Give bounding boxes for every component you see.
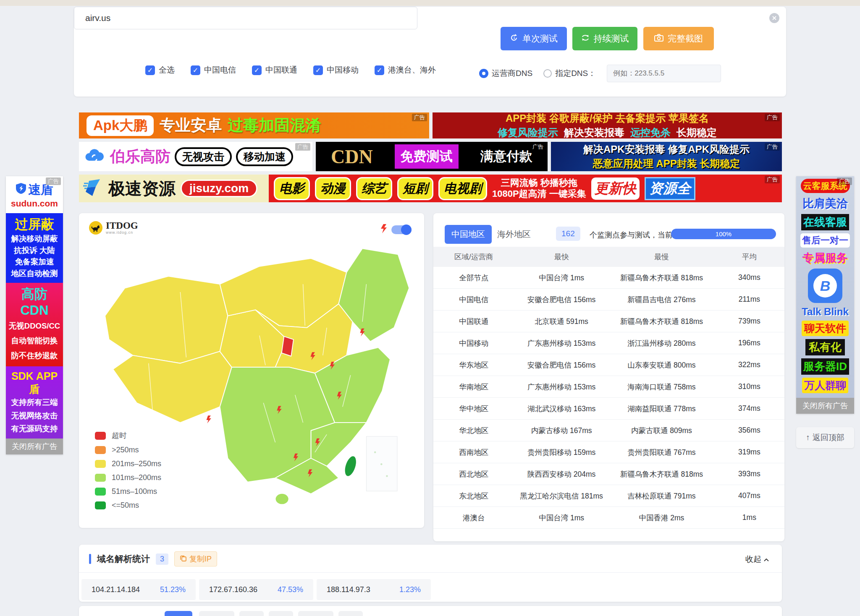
progress-bar: 100% [671, 229, 776, 239]
left-ad-section-2[interactable]: 高防CDN 无视DDOS/CC自动智能切换防不住秒退款 [6, 283, 63, 366]
legend-swatch [95, 460, 106, 468]
ad-text: 无视DDOS/CC [8, 318, 61, 333]
table-row: 中国移动 广东惠州移动 153ms 浙江温州移动 280ms 196ms [433, 332, 784, 354]
legend-label: 51ms–100ms [112, 487, 157, 496]
ip-item[interactable]: 188.114.97.3 1.23% [317, 579, 431, 600]
cell-region: 华东地区 [433, 360, 514, 370]
legend-swatch [95, 488, 106, 496]
dns-option-group: 运营商DNS 指定DNS： [479, 65, 721, 82]
china-map-panel: ITDOG www.itdog.cn [79, 213, 424, 528]
ad-domain: sudun.com [11, 198, 58, 209]
cell-region: 东北地区 [433, 491, 514, 501]
carrier-checkbox[interactable]: ✓ 中国电信 [191, 65, 236, 76]
ad-banner-jisuzy[interactable]: 极速资源 jisuzy.com 电影动漫综艺短剧电视剧 三网流畅 秒播秒拖 10… [79, 175, 782, 202]
carrier-checkbox[interactable]: ✓ 中国联通 [252, 65, 297, 76]
cell-fastest: 湖北武汉移动 163ms [514, 404, 609, 414]
tab-overseas-region[interactable]: 海外地区 [497, 229, 531, 240]
back-to-top-button[interactable]: ↑ 返回顶部 [796, 427, 854, 448]
cell-average: 374ms [714, 404, 784, 413]
copy-icon [180, 555, 186, 564]
custom-dns-radio[interactable]: 指定DNS： [543, 68, 596, 79]
cell-fastest: 北京联通 591ms [514, 316, 609, 326]
ip-percentage: 47.53% [278, 585, 303, 594]
clear-input-icon[interactable] [769, 13, 779, 23]
tab-stub[interactable] [338, 611, 363, 616]
lightning-icon [381, 224, 387, 235]
left-ad-header[interactable]: 广告 速盾 sudun.com [6, 176, 63, 213]
back-to-top-label: 返回顶部 [813, 432, 844, 443]
isp-dns-label: 运营商DNS [492, 68, 532, 79]
ad-text: 满意付款 [480, 148, 532, 165]
ip-address: 172.67.160.36 [209, 585, 257, 594]
cell-average: 196ms [714, 339, 784, 347]
results-table-body: 全部节点 中国台湾 1ms 新疆乌鲁木齐联通 818ms 340ms 中国电信 … [433, 267, 784, 529]
ad-text: 三网流畅 秒播秒拖 [492, 177, 586, 188]
talk-blink-app-icon: B [808, 269, 842, 303]
carrier-checkbox[interactable]: ✓ 港澳台、海外 [375, 65, 436, 76]
single-test-button[interactable]: 1 单次测试 [501, 27, 567, 50]
section-accent-bar [89, 554, 91, 564]
results-table-header: 区域/运营商 最快 最慢 平均 [433, 247, 784, 267]
checkbox-label: 中国联通 [265, 65, 297, 76]
ad-text: 远控免杀 [630, 126, 671, 139]
close-all-ads-button[interactable]: 关闭所有广告 [796, 398, 854, 414]
cell-slowest: 内蒙古联通 809ms [609, 425, 714, 436]
cell-slowest: 海南海口联通 758ms [609, 382, 714, 392]
close-all-ads-button[interactable]: 关闭所有广告 [6, 439, 63, 454]
ip-percentage: 51.23% [160, 585, 186, 594]
ip-item[interactable]: 104.21.14.184 51.23% [81, 579, 196, 600]
ip-address: 104.21.14.184 [92, 585, 140, 594]
screenshot-button[interactable]: 完整截图 [643, 27, 714, 50]
cell-region: 西南地区 [433, 447, 514, 457]
cell-average: 739ms [714, 317, 784, 326]
copy-ip-label: 复制IP [189, 554, 212, 564]
ad-brand: 极速资源 [108, 177, 176, 200]
tab-china-region[interactable]: 中国地区 [445, 225, 492, 244]
table-row: 中国电信 安徽合肥电信 156ms 新疆昌吉电信 276ms 211ms [433, 289, 784, 311]
carrier-checkbox[interactable]: ✓ 中国移动 [313, 65, 359, 76]
ad-banner-jisuzy-content[interactable]: 电影动漫综艺短剧电视剧 三网流畅 秒播秒拖 1080P超高清 一键采集 更新快 … [269, 175, 782, 202]
ad-tag: 广告 [412, 114, 427, 121]
left-ad-section-3[interactable]: SDK APP盾 支持所有三端无视网络攻击有无源码支持 [6, 366, 63, 439]
custom-dns-input[interactable] [607, 65, 721, 82]
copy-ip-button[interactable]: 复制IP [174, 551, 217, 566]
ad-banner-jisuzy-brand[interactable]: 极速资源 jisuzy.com [79, 175, 269, 202]
cell-region: 中国联通 [433, 316, 514, 326]
checkbox-checked-icon: ✓ [252, 65, 262, 75]
cell-average: 310ms [714, 382, 784, 391]
isp-dns-radio[interactable]: 运营商DNS [479, 68, 532, 79]
map-mode-toggle[interactable] [391, 225, 412, 234]
ad-banner-cdn[interactable]: CDN 免费测试 满意付款 广告 [316, 142, 548, 171]
checkbox-label: 中国电信 [204, 65, 236, 76]
collapse-button[interactable]: 收起 [745, 554, 769, 565]
tab-stub[interactable] [298, 611, 333, 616]
ad-banner-apk-dapeng[interactable]: Apk大鹏 专业安卓 过毒加固混淆 广告 [79, 112, 429, 138]
right-ad-column[interactable]: 广告 云客服系统 比肩美洽 在线客服 售后一对一 专属服务 B Talk Bli… [796, 176, 854, 414]
continuous-test-button[interactable]: 持续测试 [572, 27, 637, 50]
carrier-checkbox[interactable]: ✓ 全选 [145, 65, 175, 76]
legend-item: >250ms [95, 446, 161, 454]
ad-text-pill: 免费测试 [395, 144, 459, 169]
cell-slowest: 新疆乌鲁木齐联通 818ms [609, 316, 714, 326]
cell-slowest: 中国香港 2ms [609, 513, 714, 523]
tab-stub[interactable] [239, 611, 264, 616]
tab-stub[interactable] [269, 611, 293, 616]
left-ad-section-1[interactable]: 过屏蔽 解决移动屏蔽抗投诉 大陆免备案加速地区自动检测 [6, 213, 63, 283]
left-ad-column[interactable]: 广告 速盾 sudun.com 过屏蔽 解决移动屏蔽抗投诉 大陆免备案加速地区自… [6, 176, 63, 454]
column-region: 区域/运营商 [433, 252, 514, 262]
ad-banner-bole-gaofang[interactable]: 伯乐高防 无视攻击 移动加速 广告 [79, 142, 312, 171]
ad-banner-app-package[interactable]: APP封装 谷歌屏蔽/保护 去备案提示 苹果签名 修复风险提示解决安装报毒远控免… [433, 112, 782, 138]
ad-text: 售后一对一 [800, 233, 850, 248]
ip-item[interactable]: 172.67.160.36 47.53% [199, 579, 313, 600]
ad-banner-apk-fix[interactable]: 解决APK安装报毒 修复APK风险提示 恶意应用处理 APP封装 长期稳定 广告 [551, 142, 782, 171]
test-results-panel: 中国地区 海外地区 162 个监测点参与测试，当前进度： 100% 区域/运营商… [433, 213, 784, 541]
cell-slowest: 新疆乌鲁木齐联通 818ms [609, 469, 714, 479]
ad-text: 过毒加固混淆 [228, 115, 321, 136]
tab-stub[interactable] [199, 611, 234, 616]
tab-stub-active[interactable] [165, 611, 192, 616]
cell-average: 340ms [714, 273, 784, 282]
search-input[interactable]: airv.us [74, 7, 417, 29]
ad-tag: 广告 [530, 143, 545, 151]
collapse-label: 收起 [745, 554, 761, 565]
cell-slowest: 吉林松原联通 791ms [609, 491, 714, 501]
